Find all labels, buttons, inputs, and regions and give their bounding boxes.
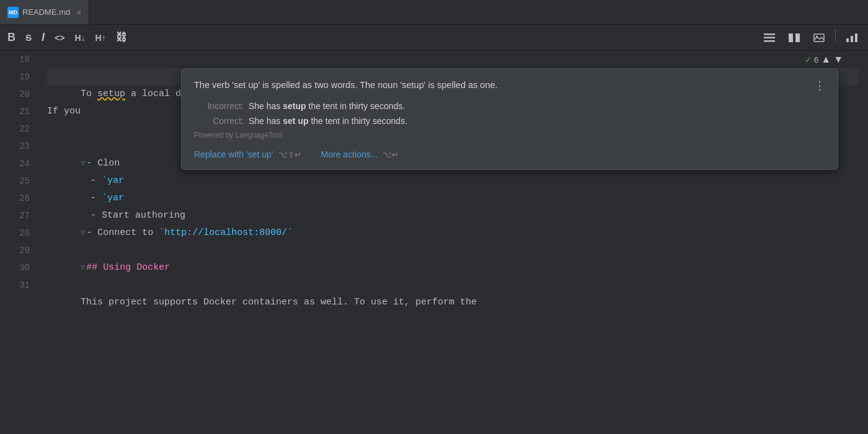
code-line-30 [47,259,858,277]
tab-file-icon: MD [7,7,19,18]
heading-down-button[interactable]: H↓ [74,33,85,43]
svg-rect-3 [789,33,793,42]
readme-tab[interactable]: MD README.md × [0,0,89,24]
spell-check-tooltip: The verb 'set up' is spelled as two word… [181,68,838,170]
secondary-shortcut: ⌥↵ [383,150,399,159]
columns-view-button[interactable] [786,29,803,46]
incorrect-bold: setup [283,101,306,111]
tooltip-correct-row: Correct: She has set up the tent in thir… [194,116,825,126]
more-actions-button[interactable]: More actions... [321,149,378,159]
list-view-button[interactable] [761,29,778,46]
tooltip-title: The verb 'set up' is spelled as two word… [194,79,498,92]
tooltip-header: The verb 'set up' is spelled as two word… [194,79,825,92]
code-line-31: This project supports Docker containers … [47,277,858,294]
code-line-27: ▽- Connect to `http://localhost:8000/` [47,207,858,224]
incorrect-text: She has setup the tent in thirty seconds… [249,101,405,111]
heading-up-button[interactable]: H↑ [95,33,106,43]
svg-rect-0 [764,33,775,35]
editor-area: 18 19 20 21 22 23 24 25 26 27 28 29 30 3… [0,51,868,434]
powered-by-label: Powered by LanguageTool [194,131,825,140]
svg-rect-2 [764,40,775,42]
link-button[interactable]: ⛓ [116,31,127,44]
code-button[interactable]: <> [55,33,64,43]
svg-rect-4 [795,33,800,42]
italic-button[interactable]: I [42,31,45,44]
chart-button[interactable] [843,29,861,46]
line-numbers: 18 19 20 21 22 23 24 25 26 27 28 29 30 3… [0,51,37,434]
correct-bold: set up [283,116,308,126]
code-line-26: - Start authoring [47,190,858,207]
code-line-25: - `yar [47,172,858,190]
correct-text: She has set up the tent in thirty second… [249,116,407,126]
code-area[interactable]: ✓ 6 ▲ ▼ To setup a local development cop… [37,51,868,434]
tab-close-button[interactable]: × [76,7,81,17]
correct-label: Correct: [194,116,244,126]
replace-action-button[interactable]: Replace with 'set up' [194,149,273,159]
toolbar-separator [835,29,836,42]
svg-rect-7 [846,38,849,42]
code-line-18 [47,51,858,68]
tab-label: README.md [22,7,70,17]
tab-bar: MD README.md × [0,0,868,25]
image-view-button[interactable] [810,29,828,46]
code-line-29: ▽## Using Docker [47,242,858,259]
incorrect-label: Incorrect: [194,101,244,111]
svg-rect-9 [855,33,857,42]
strikethrough-button[interactable]: S [25,32,32,43]
svg-rect-8 [851,36,853,42]
code-line-28 [47,224,858,242]
tooltip-incorrect-row: Incorrect: She has setup the tent in thi… [194,101,825,111]
svg-rect-1 [764,37,775,38]
bold-button[interactable]: B [7,31,16,44]
toolbar-right [761,29,861,46]
tooltip-actions: Replace with 'set up' ⌥⇧↵ More actions..… [194,149,825,159]
primary-shortcut: ⌥⇧↵ [278,150,301,159]
toolbar: B S I <> H↓ H↑ ⛓ [0,25,868,51]
tooltip-menu-button[interactable]: ⋮ [814,79,825,92]
